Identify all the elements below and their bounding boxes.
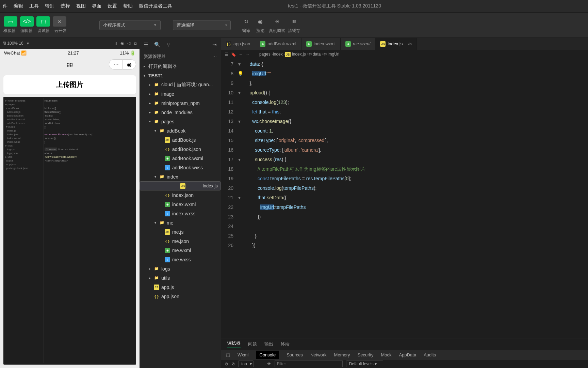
nav-fwd-icon[interactable]: → xyxy=(246,52,250,57)
console-ban-icon[interactable]: ⊘ xyxy=(231,362,235,366)
branch-icon[interactable]: ⑂ xyxy=(167,42,170,48)
menu-item[interactable]: 微信开发者工具 xyxy=(139,3,172,9)
time-label: 21:27 xyxy=(68,50,79,56)
code-editor[interactable]: 7891011121314151617181920212223242526 ▾ … xyxy=(221,59,588,338)
tree-item[interactable]: ▸📁node_modules xyxy=(140,108,221,117)
tree-item[interactable]: ▾📁index xyxy=(140,172,221,181)
tree-item[interactable]: JSindex.js xyxy=(140,181,221,190)
menu-item[interactable]: 选择 xyxy=(61,3,70,9)
filter-input[interactable] xyxy=(275,361,343,367)
debugger-button[interactable]: ⬚ xyxy=(36,16,50,27)
tree-item[interactable]: JSaddBook.js xyxy=(140,135,221,144)
undock-icon[interactable]: ⧉ xyxy=(134,41,137,46)
tree-item[interactable]: ▾📁addBook xyxy=(140,126,221,135)
tree-item[interactable]: JSapp.js xyxy=(140,282,221,292)
preview-icon[interactable]: ◉ xyxy=(255,16,266,27)
eye-icon[interactable]: 👁 xyxy=(267,362,271,366)
file-icon: # xyxy=(165,257,170,262)
clear-cache-icon[interactable]: ≋ xyxy=(288,16,300,27)
search-icon[interactable]: 🔍 xyxy=(154,42,161,48)
tree-item[interactable]: { }index.json xyxy=(140,190,221,200)
editor-button[interactable]: </> xyxy=(20,16,34,27)
editor-tab[interactable]: ◈index.wxml xyxy=(301,38,341,50)
devtool-tab[interactable]: AppData xyxy=(399,352,416,357)
tree-item[interactable]: #addBook.wxss xyxy=(140,163,221,172)
menu-item[interactable]: 编辑 xyxy=(14,3,23,9)
open-editors-section[interactable]: ▸打开的编辑器 xyxy=(140,62,221,71)
upload-card[interactable]: 上传图片 xyxy=(3,75,136,94)
menu-item[interactable]: 视图 xyxy=(76,3,86,9)
devtool-tab[interactable]: Mock xyxy=(381,352,392,357)
project-root[interactable]: ▾TEST1 xyxy=(140,71,221,80)
menu-item[interactable]: 帮助 xyxy=(123,3,133,9)
editor-tabs: { }app.json◈addBook.wxml◈index.wxml◈me.w… xyxy=(221,38,588,50)
devtool-tab[interactable]: Console xyxy=(256,351,279,359)
mode-select[interactable]: 小程序模式▼ xyxy=(99,20,161,30)
menu-item[interactable]: 件 xyxy=(3,3,7,9)
tree-item[interactable]: { }addBook.json xyxy=(140,144,221,154)
collapse-icon[interactable]: ⇥ xyxy=(212,42,217,48)
panel-tab[interactable]: 调试器 xyxy=(227,340,241,348)
tree-item[interactable]: #index.wxss xyxy=(140,209,221,218)
tree-item[interactable]: ◈me.wxml xyxy=(140,246,221,255)
cloud-dev-button[interactable]: ∞ xyxy=(53,16,66,27)
tree-item[interactable]: ◈index.wxml xyxy=(140,200,221,209)
real-debug-icon[interactable]: ✳ xyxy=(271,16,283,27)
editor-tab[interactable]: ◈addBook.wxml xyxy=(255,38,301,50)
preview-label: 预览 xyxy=(256,28,264,34)
file-icon: ◈ xyxy=(165,248,170,253)
crumb-item[interactable]: ⚙imgUrl xyxy=(323,52,340,57)
list-icon[interactable]: ☰ xyxy=(144,42,148,48)
nav-back-icon[interactable]: ← xyxy=(239,52,243,57)
menu-item[interactable]: 界面 xyxy=(92,3,101,9)
tree-item[interactable]: ▸📁logs xyxy=(140,264,221,273)
device-icon[interactable]: ▯ xyxy=(115,41,117,46)
devtool-tab[interactable]: Network xyxy=(310,352,327,357)
devtool-tab[interactable]: Wxml xyxy=(238,352,249,357)
panel-tab[interactable]: 终端 xyxy=(281,341,290,347)
compile-mode-select[interactable]: 普通编译▾ xyxy=(173,20,231,30)
menu-item[interactable]: 设置 xyxy=(108,3,117,9)
outline-icon[interactable]: ☰ xyxy=(225,52,228,57)
tree-item[interactable]: ▸📁cloud | 当前环境: guan... xyxy=(140,80,221,89)
editor-tab[interactable]: ◈me.wxml xyxy=(341,38,375,50)
capsule-close-icon[interactable]: ◉ xyxy=(122,59,136,70)
crumb-item[interactable]: index xyxy=(273,52,283,57)
crumb-item[interactable]: pages xyxy=(259,52,271,57)
tree-item[interactable]: ◈addBook.wxml xyxy=(140,154,221,163)
devtool-tab[interactable]: Memory xyxy=(334,352,350,357)
devtool-tab[interactable]: Security xyxy=(358,352,374,357)
folder-icon: 📁 xyxy=(154,119,159,124)
crumb-item[interactable]: JSindex.js xyxy=(285,52,306,57)
tree-item[interactable]: { }me.json xyxy=(140,236,221,246)
devtool-tab[interactable]: Sources xyxy=(287,352,303,357)
tree-item[interactable]: ▾📁me xyxy=(140,218,221,227)
tree-item[interactable]: JSme.js xyxy=(140,227,221,236)
tree-item[interactable]: ▸📁utils xyxy=(140,273,221,282)
more-icon[interactable]: ⋯ xyxy=(212,54,217,59)
bookmark-icon[interactable]: 🔖 xyxy=(231,52,236,57)
crumb-item[interactable]: ⚙data xyxy=(308,52,321,57)
stop-icon[interactable]: ◉ xyxy=(120,41,124,46)
menu-item[interactable]: 工具 xyxy=(29,3,39,9)
tree-item[interactable]: { }app.json xyxy=(140,292,221,301)
inspect-icon[interactable]: ⬚ xyxy=(226,352,230,357)
tree-item[interactable]: ▾📁pages xyxy=(140,117,221,126)
simulator-button[interactable]: ▭ xyxy=(4,16,17,27)
editor-tab[interactable]: JSindex.js...\in xyxy=(375,38,417,50)
capsule-menu-icon[interactable]: ⋯ xyxy=(109,59,122,70)
panel-tab[interactable]: 输出 xyxy=(264,341,273,347)
tree-item[interactable]: ▸📁miniprogram_npm xyxy=(140,98,221,108)
panel-tab[interactable]: 问题 xyxy=(248,341,257,347)
editor-tab[interactable]: { }app.json xyxy=(221,38,255,50)
console-clear-icon[interactable]: ⊘ xyxy=(225,362,228,366)
context-select[interactable]: top ▾ xyxy=(238,361,254,367)
devtool-tab[interactable]: Audits xyxy=(424,352,436,357)
tree-item[interactable]: #me.wxss xyxy=(140,255,221,264)
menu-item[interactable]: 转到 xyxy=(45,3,54,9)
compile-icon[interactable]: ↻ xyxy=(240,16,252,27)
levels-select[interactable]: Default levels ▾ xyxy=(346,361,383,367)
tree-item[interactable]: ▸📁image xyxy=(140,89,221,98)
back-icon[interactable]: ◁ xyxy=(127,41,130,46)
folder-icon: 📁 xyxy=(154,266,159,272)
